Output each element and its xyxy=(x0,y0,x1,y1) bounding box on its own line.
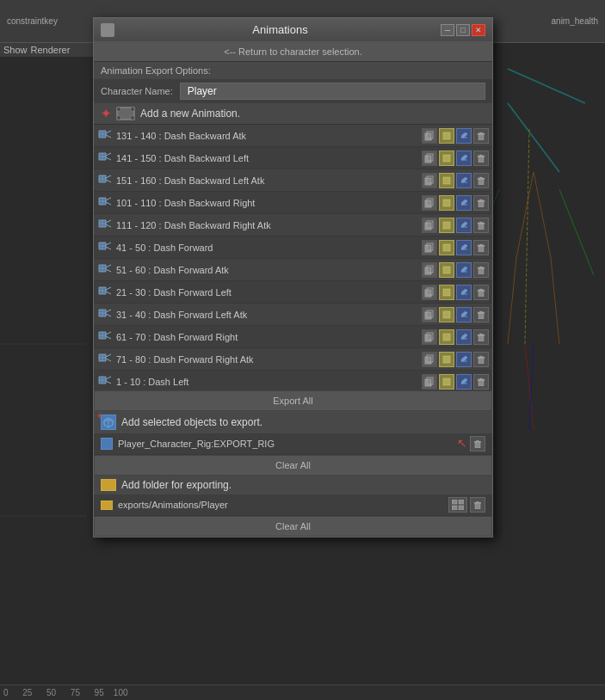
delete-icon[interactable] xyxy=(473,262,489,278)
edit-icon[interactable] xyxy=(456,262,472,278)
delete-icon[interactable] xyxy=(473,173,489,188)
svg-line-70 xyxy=(106,224,111,227)
delete-icon[interactable] xyxy=(473,240,489,255)
yellow-icon[interactable] xyxy=(439,128,454,144)
yellow-icon[interactable] xyxy=(439,374,454,390)
edit-icon[interactable] xyxy=(456,307,472,322)
animation-item[interactable]: 51 - 60 : Dash Forward Atk xyxy=(94,259,492,281)
animation-item[interactable]: 31 - 40 : Dash Forward Left Atk xyxy=(94,304,492,326)
copy-icon[interactable] xyxy=(422,352,437,367)
export-folders-list: exports/Animations/Player xyxy=(94,494,492,516)
anim-health-label: anim_health xyxy=(552,16,598,26)
animation-item[interactable]: 111 - 120 : Dash Backward Right Atk xyxy=(94,214,492,236)
edit-icon[interactable] xyxy=(456,150,472,166)
delete-icon[interactable] xyxy=(473,374,489,390)
delete-icon[interactable] xyxy=(473,329,489,345)
copy-icon[interactable] xyxy=(422,307,437,322)
copy-icon[interactable] xyxy=(422,374,437,390)
renderer-label[interactable]: Renderer xyxy=(31,45,71,55)
delete-icon[interactable] xyxy=(473,195,489,211)
delete-export-icon[interactable] xyxy=(470,436,485,451)
delete-icon[interactable] xyxy=(473,352,489,367)
svg-rect-15 xyxy=(117,116,120,120)
copy-icon[interactable] xyxy=(422,150,437,166)
delete-icon[interactable] xyxy=(473,285,489,300)
minimize-button[interactable]: ─ xyxy=(441,24,454,36)
yellow-icon[interactable] xyxy=(439,173,454,188)
yellow-icon[interactable] xyxy=(439,218,454,233)
delete-folder-icon[interactable] xyxy=(470,497,485,513)
copy-icon[interactable] xyxy=(422,195,437,211)
yellow-icon[interactable] xyxy=(439,285,454,300)
edit-icon[interactable] xyxy=(456,329,472,345)
anim-item-icon xyxy=(97,130,113,142)
edit-icon[interactable] xyxy=(456,218,472,233)
animation-item[interactable]: 61 - 70 : Dash Forward Right xyxy=(94,326,492,348)
copy-icon[interactable] xyxy=(422,285,437,300)
animation-item[interactable]: 141 - 150 : Dash Backward Left xyxy=(94,147,492,169)
dialog-titlebar[interactable]: Animations ─ □ ✕ xyxy=(94,18,492,42)
close-button[interactable]: ✕ xyxy=(472,24,485,36)
add-objects-section[interactable]: + Add selected objects to export. xyxy=(94,411,492,433)
clear-all-button-1[interactable]: Clear All xyxy=(94,455,492,476)
animation-item[interactable]: 21 - 30 : Dash Forward Left xyxy=(94,281,492,304)
yellow-icon[interactable] xyxy=(439,262,454,278)
char-name-input[interactable] xyxy=(180,83,485,100)
svg-rect-65 xyxy=(480,200,483,201)
yellow-icon[interactable] xyxy=(439,329,454,345)
yellow-icon[interactable] xyxy=(439,307,454,322)
copy-icon[interactable] xyxy=(422,218,437,233)
yellow-icon[interactable] xyxy=(439,352,454,367)
delete-icon[interactable] xyxy=(473,218,489,233)
anim-item-name: 1 - 10 : Dash Left xyxy=(116,377,422,387)
svg-line-10 xyxy=(525,129,529,344)
svg-rect-75 xyxy=(478,224,484,230)
restore-button[interactable]: □ xyxy=(456,24,470,36)
animation-item[interactable]: 151 - 160 : Dash Backward Left Atk xyxy=(94,169,492,192)
edit-icon[interactable] xyxy=(456,374,472,390)
copy-icon[interactable] xyxy=(422,262,437,278)
show-label[interactable]: Show xyxy=(3,45,28,55)
add-animation-row[interactable]: ✦ Add a new Animation. xyxy=(94,103,492,124)
add-folder-section[interactable]: Add folder for exporting. xyxy=(94,476,492,494)
svg-line-58 xyxy=(106,202,111,205)
anim-item-icon xyxy=(97,353,113,365)
animation-item[interactable]: 101 - 110 : Dash Backward Right xyxy=(94,192,492,214)
cursor-select-icon[interactable]: ↖ xyxy=(457,436,467,451)
svg-rect-71 xyxy=(425,223,431,230)
animation-item[interactable]: 1 - 10 : Dash Left xyxy=(94,371,492,390)
clear-all-button-2[interactable]: Clear All xyxy=(94,516,492,537)
anim-item-name: 41 - 50 : Dash Forward xyxy=(116,243,422,253)
copy-icon[interactable] xyxy=(422,173,437,188)
delete-icon[interactable] xyxy=(473,150,489,166)
animation-item[interactable]: 41 - 50 : Dash Forward xyxy=(94,236,492,259)
return-button[interactable]: <-- Return to character selection. xyxy=(94,42,492,62)
edit-icon[interactable] xyxy=(456,128,472,144)
edit-icon[interactable] xyxy=(456,173,472,188)
copy-icon[interactable] xyxy=(422,329,437,345)
edit-icon[interactable] xyxy=(456,240,472,255)
svg-line-2 xyxy=(508,69,585,103)
folder-grid-icon[interactable] xyxy=(448,497,467,513)
yellow-icon[interactable] xyxy=(439,195,454,211)
copy-icon[interactable] xyxy=(422,240,437,255)
svg-rect-147 xyxy=(478,358,484,364)
edit-icon[interactable] xyxy=(456,285,472,300)
svg-line-45 xyxy=(106,175,111,178)
animation-item[interactable]: 131 - 140 : Dash Backward Atk xyxy=(94,125,492,147)
svg-line-5 xyxy=(516,172,534,258)
svg-rect-123 xyxy=(478,313,484,319)
delete-icon[interactable] xyxy=(473,307,489,322)
yellow-icon[interactable] xyxy=(439,150,454,166)
edit-icon[interactable] xyxy=(456,352,472,367)
animation-item[interactable]: 71 - 80 : Dash Forward Right Atk xyxy=(94,348,492,371)
svg-rect-16 xyxy=(131,107,134,111)
folder-icon xyxy=(101,479,116,491)
animation-list[interactable]: 131 - 140 : Dash Backward Atk 141 - 150 … xyxy=(94,124,492,390)
copy-icon[interactable] xyxy=(422,128,437,144)
export-all-button[interactable]: Export All xyxy=(94,390,492,411)
edit-icon[interactable] xyxy=(456,195,472,211)
delete-icon[interactable] xyxy=(473,128,489,144)
anim-item-actions xyxy=(422,285,489,300)
yellow-icon[interactable] xyxy=(439,240,454,255)
